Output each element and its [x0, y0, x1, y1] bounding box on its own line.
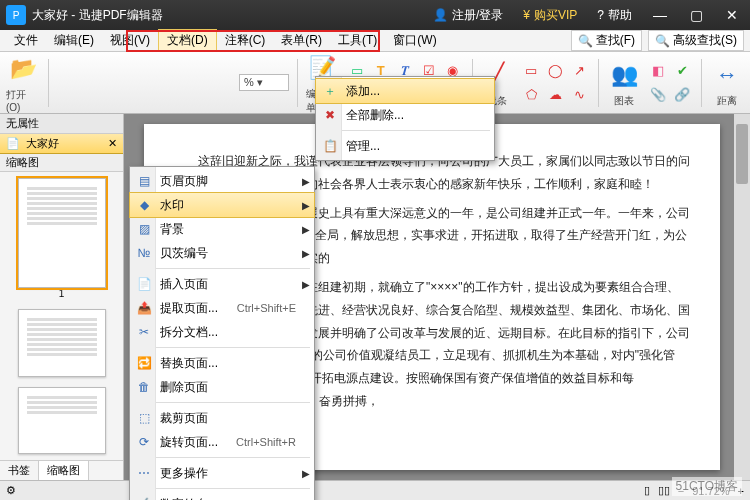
advanced-find-button[interactable]: 🔍高级查找(S) [648, 30, 744, 51]
submenu-arrow-icon: ▶ [302, 224, 310, 235]
menu-digital-sign[interactable]: ✍数字签名▶ [130, 492, 314, 500]
delete-page-icon: 🗑 [134, 377, 154, 397]
document-menu: ▤页眉页脚▶ ◆水印▶ ▨背景▶ №贝茨编号▶ 📄插入页面▶ 📤提取页面...C… [129, 166, 315, 500]
status-bar: ⚙ ▯ ▯▯ − 91.72% + [0, 480, 750, 500]
arrow-icon[interactable]: ↗ [568, 60, 590, 82]
close-button[interactable]: ✕ [714, 7, 750, 23]
chart-button[interactable]: 👥 图表 [607, 58, 641, 108]
shape-tools: ▭ ◯ ↗ ⬠ ☁ ∿ [520, 60, 590, 106]
attach-icon[interactable]: 📎 [647, 84, 669, 106]
distance-button[interactable]: ↔ 距离 [710, 58, 744, 108]
left-panel: 无属性 📄 大家好 ✕ 缩略图 1 书签 缩略图 [0, 114, 124, 480]
thumbnails-list[interactable]: 1 [0, 172, 123, 460]
minimize-button[interactable]: — [642, 7, 678, 23]
vip-label: 购买VIP [534, 7, 577, 24]
find-button[interactable]: 🔍查找(F) [571, 30, 642, 51]
watermark-remove-all[interactable]: ✖全部删除... [316, 103, 494, 127]
register-label: 注册/登录 [452, 7, 503, 24]
bates-icon: № [134, 243, 154, 263]
thumbnails-header: 缩略图 [0, 154, 123, 172]
menu-comment[interactable]: 注释(C) [217, 30, 274, 51]
layout-single-icon[interactable]: ▯ [644, 484, 650, 497]
buy-vip-button[interactable]: ¥ 购买VIP [513, 0, 587, 30]
menu-more-ops[interactable]: ⋯更多操作▶ [130, 461, 314, 485]
menu-insert-pages[interactable]: 📄插入页面▶ [130, 272, 314, 296]
misc-tools: ◧ ✔ 📎 🔗 [647, 60, 693, 106]
menu-crop-pages[interactable]: ⬚裁剪页面 [130, 406, 314, 430]
menu-bates[interactable]: №贝茨编号▶ [130, 241, 314, 265]
help-label: 帮助 [608, 7, 632, 24]
menu-window[interactable]: 窗口(W) [385, 30, 444, 51]
background-icon: ▨ [134, 219, 154, 239]
manage-icon: 📋 [320, 136, 340, 156]
circle-icon[interactable]: ◯ [544, 60, 566, 82]
menu-background[interactable]: ▨背景▶ [130, 217, 314, 241]
submenu-arrow-icon: ▶ [302, 176, 310, 187]
search-icon: 🔍 [578, 34, 593, 48]
main-area: 无属性 📄 大家好 ✕ 缩略图 1 书签 缩略图 [0, 114, 750, 480]
maximize-button[interactable]: ▢ [678, 7, 714, 23]
menu-delete-pages[interactable]: 🗑删除页面 [130, 375, 314, 399]
stamp-icon[interactable]: ✔ [671, 60, 693, 82]
menu-bar: 文件 编辑(E) 视图(V) 文档(D) 注释(C) 表单(R) 工具(T) 窗… [0, 30, 750, 52]
thumb-page-number: 1 [18, 288, 106, 299]
watermark-icon: ◆ [134, 195, 154, 215]
cloud-icon[interactable]: ☁ [544, 84, 566, 106]
open-button[interactable]: 📂 打开(O) [6, 52, 40, 113]
add-icon: ＋ [320, 81, 340, 101]
menu-extract-pages[interactable]: 📤提取页面...Ctrl+Shift+E [130, 296, 314, 320]
crop-icon: ⬚ [134, 408, 154, 428]
menu-view[interactable]: 视图(V) [102, 30, 158, 51]
split-icon: ✂ [134, 322, 154, 342]
help-icon: ? [597, 8, 604, 22]
curve-icon[interactable]: ∿ [568, 84, 590, 106]
replace-icon: 🔁 [134, 353, 154, 373]
search-icon: 🔍 [655, 34, 670, 48]
register-login-button[interactable]: 👤 注册/登录 [423, 0, 513, 30]
eraser-icon[interactable]: ◧ [647, 60, 669, 82]
menu-rotate-pages[interactable]: ⟳旋转页面...Ctrl+Shift+R [130, 430, 314, 454]
menu-document[interactable]: 文档(D) [158, 29, 217, 52]
menu-split-doc[interactable]: ✂拆分文档... [130, 320, 314, 344]
chart-icon: 👥 [607, 58, 641, 92]
watermark-manage[interactable]: 📋管理... [316, 134, 494, 158]
rect-icon[interactable]: ▭ [520, 60, 542, 82]
submenu-arrow-icon: ▶ [302, 468, 310, 479]
document-tab[interactable]: 📄 大家好 ✕ [0, 134, 123, 154]
insert-page-icon: 📄 [134, 274, 154, 294]
window-title: 大家好 - 迅捷PDF编辑器 [32, 7, 163, 24]
ruler-icon: ↔ [710, 58, 744, 92]
scrollbar-thumb[interactable] [736, 124, 748, 184]
bookmarks-tab[interactable]: 书签 [0, 461, 39, 480]
signature-icon: ✍ [134, 494, 154, 500]
menu-form[interactable]: 表单(R) [273, 30, 330, 51]
poly-icon[interactable]: ⬠ [520, 84, 542, 106]
pdf-icon: 📄 [6, 137, 20, 150]
title-bar: P 大家好 - 迅捷PDF编辑器 👤 注册/登录 ¥ 购买VIP ? 帮助 — … [0, 0, 750, 30]
left-footer-tabs: 书签 缩略图 [0, 460, 123, 480]
layout-continuous-icon[interactable]: ▯▯ [658, 484, 670, 497]
help-button[interactable]: ? 帮助 [587, 0, 642, 30]
extract-page-icon: 📤 [134, 298, 154, 318]
menu-edit[interactable]: 编辑(E) [46, 30, 102, 51]
thumbnail-page-1[interactable] [18, 178, 106, 288]
rotate-icon: ⟳ [134, 432, 154, 452]
thumbnail-page-3[interactable] [18, 387, 106, 455]
submenu-arrow-icon: ▶ [302, 248, 310, 259]
vertical-scrollbar[interactable] [734, 114, 750, 480]
submenu-arrow-icon: ▶ [302, 200, 310, 211]
menu-replace-pages[interactable]: 🔁替换页面... [130, 351, 314, 375]
blog-watermark: 51CTO博客 [672, 477, 742, 496]
thumbnails-tab[interactable]: 缩略图 [39, 461, 89, 480]
watermark-add[interactable]: ＋添加... [316, 79, 494, 103]
menu-watermark[interactable]: ◆水印▶ [130, 193, 314, 217]
status-options-icon[interactable]: ⚙ [6, 484, 16, 497]
menu-file[interactable]: 文件 [6, 30, 46, 51]
thumbnail-page-2[interactable] [18, 309, 106, 377]
menu-header-footer[interactable]: ▤页眉页脚▶ [130, 169, 314, 193]
menu-tools[interactable]: 工具(T) [330, 30, 385, 51]
link-icon[interactable]: 🔗 [671, 84, 693, 106]
zoom-select[interactable]: % ▾ [239, 74, 289, 91]
tab-label: 大家好 [26, 136, 59, 151]
tab-close-button[interactable]: ✕ [108, 137, 117, 150]
